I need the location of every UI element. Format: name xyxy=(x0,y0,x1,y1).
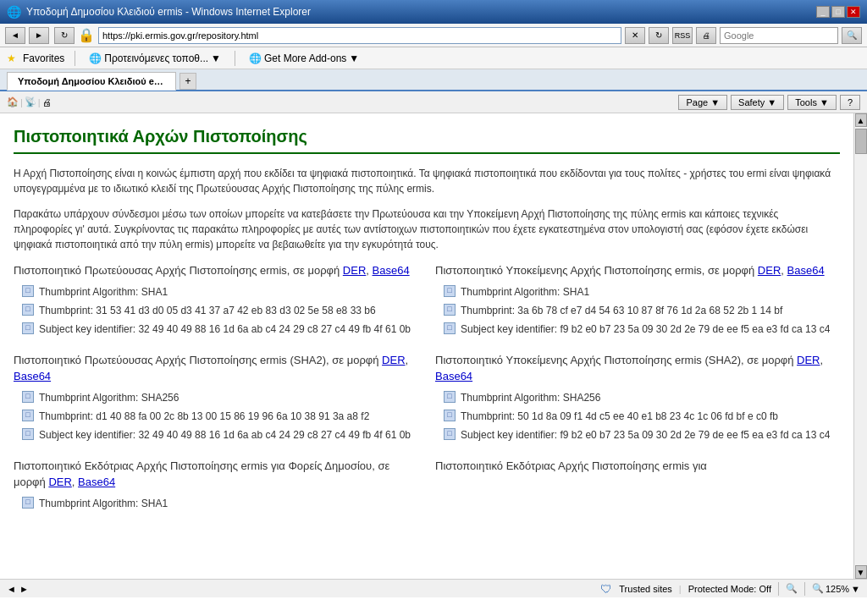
cert-icon-l2-2: □ xyxy=(22,410,34,421)
fav-label-2: Get More Add-ons xyxy=(264,52,346,64)
cert-title-left-1: Πιστοποιητικό Πρωτεύουσας Αρχής Πιστοποί… xyxy=(14,262,418,279)
fav-dropdown-1[interactable]: ▼ xyxy=(211,52,221,64)
forward-button[interactable]: ► xyxy=(29,27,49,44)
der-link-l3[interactable]: DER xyxy=(48,476,71,488)
detail-l1-2: □ Thumbprint: 31 53 41 d3 d0 05 d3 41 37… xyxy=(22,303,418,318)
status-bar: ◄ ► 🛡 Trusted sites | Protected Mode: Of… xyxy=(0,579,867,597)
back-button[interactable]: ◄ xyxy=(5,27,25,44)
der-link-r2[interactable]: DER xyxy=(797,354,820,366)
detail-text-r2-2: Thumbprint: 50 1d 8a 09 f1 4d c5 ee 40 e… xyxy=(461,409,840,424)
detail-r2-3: □ Subject key identifier: f9 b2 e0 b7 23… xyxy=(444,427,840,443)
stop-button[interactable]: ✕ xyxy=(625,27,645,44)
scroll-up-button[interactable]: ▲ xyxy=(855,113,867,127)
cert-icon-l1-1: □ xyxy=(22,285,34,297)
scroll-left-btn[interactable]: ◄ xyxy=(7,584,16,594)
favorites-bar: ★ Favorites 🌐 Προτεινόμενες τοποθ... ▼ 🌐… xyxy=(0,47,867,69)
detail-r1-1: □ Thumbprint Algorithm: SHA1 xyxy=(444,284,840,300)
cert-section-left-1: Πιστοποιητικό Πρωτεύουσας Αρχής Πιστοποί… xyxy=(14,262,418,337)
cert-icon-l3-1: □ xyxy=(22,497,34,509)
detail-text-r1-2: Thumbprint: 3a 6b 78 cf e7 d4 54 63 10 8… xyxy=(461,303,840,318)
toolbar-home-area: 🏠 | 📡 | 🖨 xyxy=(7,96,675,107)
tab-main[interactable]: Υποδομή Δημοσίου Κλειδιού ermis xyxy=(7,72,176,91)
cert-icon-r1-3: □ xyxy=(444,322,456,334)
detail-l2-1: □ Thumbprint Algorithm: SHA256 xyxy=(22,390,418,405)
base64-link-l1[interactable]: Base64 xyxy=(373,264,410,277)
detail-text-r2-3: Subject key identifier: f9 b2 e0 b7 23 5… xyxy=(461,427,840,443)
address-bar: ◄ ► ↻ 🔒 ✕ ↻ RSS 🖨 🔍 xyxy=(0,24,867,47)
cert-title-right-3: Πιστοποιητικό Εκδότριας Αρχής Πιστοποίησ… xyxy=(435,458,840,475)
der-link-l2[interactable]: DER xyxy=(382,354,405,366)
fav-dropdown-2[interactable]: ▼ xyxy=(349,52,359,64)
detail-text-r2-1: Thumbprint Algorithm: SHA256 xyxy=(461,390,840,405)
refresh-button[interactable]: ↻ xyxy=(54,27,75,44)
ie-small-icon: 🌐 xyxy=(89,52,102,64)
status-sep2 xyxy=(778,582,779,596)
search-status-icon: 🔍 xyxy=(786,583,798,594)
der-link-l1[interactable]: DER xyxy=(343,264,366,277)
zoom-dropdown-icon: ▼ xyxy=(851,584,860,594)
scrollbar[interactable]: ▲ ▼ xyxy=(853,113,867,579)
page-button[interactable]: Page ▼ xyxy=(678,95,727,110)
fav-item-1[interactable]: 🌐 Προτεινόμενες τοποθ... ▼ xyxy=(86,52,224,65)
tools-button[interactable]: Tools ▼ xyxy=(787,95,837,110)
status-right: 🛡 Trusted sites | Protected Mode: Off 🔍 … xyxy=(600,582,860,596)
cert-icon-r1-1: □ xyxy=(444,285,456,297)
cert-section-left-3: Πιστοποιητικό Εκδότριας Αρχής Πιστοποίησ… xyxy=(14,458,418,511)
detail-text-l2-1: Thumbprint Algorithm: SHA256 xyxy=(39,390,418,405)
protected-mode-label: Protected Mode: Off xyxy=(688,584,771,594)
safety-button[interactable]: Safety ▼ xyxy=(731,95,784,110)
status-sep: | xyxy=(679,584,682,594)
cert-title-left-2: Πιστοποιητικό Πρωτεύουσας Αρχής Πιστοποί… xyxy=(14,352,418,385)
cert-icon-l1-2: □ xyxy=(22,304,34,316)
cert-title-right-1: Πιστοποιητικό Υποκείμενης Αρχής Πιστοποί… xyxy=(435,262,840,279)
intro-text-1: Η Αρχή Πιστοποίησης είναι η κοινώς έμπισ… xyxy=(14,166,840,196)
base64-link-l2[interactable]: Base64 xyxy=(14,370,51,382)
tab-label: Υποδομή Δημοσίου Κλειδιού ermis xyxy=(18,76,174,86)
detail-text-r1-1: Thumbprint Algorithm: SHA1 xyxy=(461,284,840,300)
status-sep3 xyxy=(804,582,805,596)
new-tab-button[interactable]: + xyxy=(179,73,196,90)
print-button[interactable]: 🖨 xyxy=(696,27,716,44)
base64-link-l3[interactable]: Base64 xyxy=(78,476,115,488)
detail-r1-2: □ Thumbprint: 3a 6b 78 cf e7 d4 54 63 10… xyxy=(444,303,840,318)
detail-text-l1-2: Thumbprint: 31 53 41 d3 d0 05 d3 41 37 a… xyxy=(39,303,418,318)
der-link-r1[interactable]: DER xyxy=(758,264,781,277)
maximize-button[interactable]: □ xyxy=(831,6,845,18)
left-column: Πιστοποιητικό Πρωτεύουσας Αρχής Πιστοποί… xyxy=(14,262,418,526)
detail-r2-2: □ Thumbprint: 50 1d 8a 09 f1 4d c5 ee 40… xyxy=(444,409,840,424)
cert-section-right-1: Πιστοποιητικό Υποκείμενης Αρχής Πιστοποί… xyxy=(435,262,840,337)
zoom-icon: 🔍 xyxy=(812,583,824,594)
search-button[interactable]: 🔍 xyxy=(842,27,862,44)
help-button[interactable]: ? xyxy=(840,95,860,110)
refresh-btn2[interactable]: ↻ xyxy=(649,27,669,44)
scroll-right-btn[interactable]: ► xyxy=(19,584,29,594)
page-title: Πιστοποιητικά Αρχών Πιστοποίησης xyxy=(14,124,840,154)
trusted-sites-label: Trusted sites xyxy=(619,584,672,594)
scroll-down-button[interactable]: ▼ xyxy=(855,565,867,579)
intro-text-2: Παρακάτω υπάρχουν σύνδεσμοι μέσω των οπο… xyxy=(14,206,840,252)
rss-button[interactable]: RSS xyxy=(672,27,693,44)
fav-item-2[interactable]: 🌐 Get More Add-ons ▼ xyxy=(246,52,362,65)
title-bar: 🌐 Υποδομή Δημοσίου Κλειδιού ermis - Wind… xyxy=(0,0,867,24)
cert-icon-r2-1: □ xyxy=(444,391,456,403)
detail-text-l3-1: Thumbprint Algorithm: SHA1 xyxy=(39,496,418,511)
zoom-button[interactable]: 🔍 125% ▼ xyxy=(812,583,860,594)
close-button[interactable]: ✕ xyxy=(847,6,860,18)
cert-section-left-2: Πιστοποιητικό Πρωτεύουσας Αρχής Πιστοποί… xyxy=(14,352,418,443)
base64-link-r1[interactable]: Base64 xyxy=(787,264,825,277)
cert-icon-r1-2: □ xyxy=(444,304,456,316)
toolbar-row: 🏠 | 📡 | 🖨 Page ▼ Safety ▼ Tools ▼ ? xyxy=(0,91,867,113)
detail-text-r1-3: Subject key identifier: f9 b2 e0 b7 23 5… xyxy=(461,322,840,337)
security-icon: 🔒 xyxy=(78,27,95,43)
home-icon: 🏠 xyxy=(7,96,19,107)
minimize-button[interactable]: _ xyxy=(816,6,830,18)
detail-l3-1: □ Thumbprint Algorithm: SHA1 xyxy=(22,496,418,511)
toolbar-sep1: | xyxy=(20,97,23,107)
address-input[interactable] xyxy=(98,27,621,44)
scroll-thumb[interactable] xyxy=(855,129,867,154)
detail-l2-3: □ Subject key identifier: 32 49 40 49 88… xyxy=(22,427,418,443)
search-input[interactable] xyxy=(720,27,838,44)
favorites-label[interactable]: Favorites xyxy=(23,52,64,64)
base64-link-r2[interactable]: Base64 xyxy=(435,370,472,382)
toolbar-sep2: | xyxy=(38,97,41,107)
